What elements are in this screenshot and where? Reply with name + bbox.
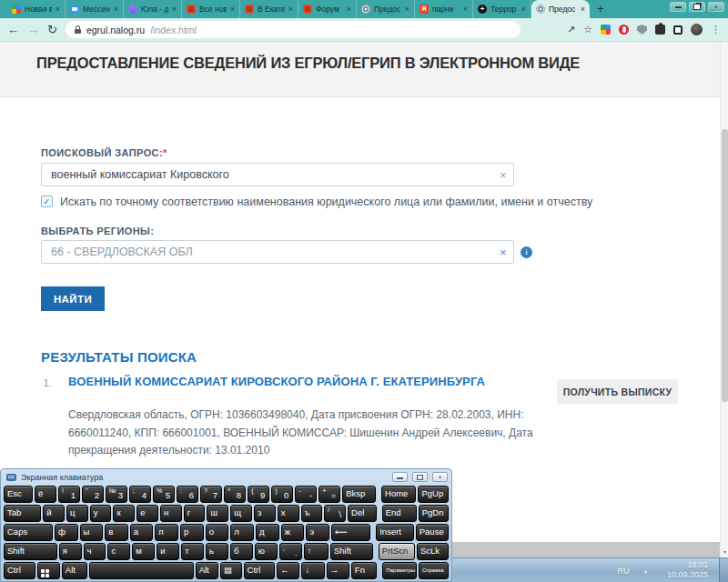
key-э[interactable]: э [306,524,329,541]
apps-grid-icon[interactable] [601,25,611,35]
share-icon[interactable]: ↗ [567,25,575,35]
region-input[interactable] [41,240,514,264]
region-clear-icon[interactable]: × [500,246,507,258]
key-equals[interactable]: += [318,486,340,503]
keyboard-close-button[interactable]: × [432,472,448,482]
search-input[interactable] [41,163,514,186]
tab-close-icon[interactable]: × [405,5,410,14]
key-и[interactable]: и [157,543,179,560]
key-й[interactable]: й [43,505,65,522]
key-Caps[interactable]: Caps [4,524,53,541]
key-р[interactable]: р [180,524,204,541]
shield-extension-icon[interactable] [637,25,647,35]
key-PgUp[interactable]: PgUp [418,486,449,503]
browser-tab[interactable]: Форум × [298,0,357,18]
key-0[interactable]: )0 [271,486,293,503]
key-1[interactable]: !1 [58,486,80,503]
find-button[interactable]: НАЙТИ [41,286,105,311]
key-arrow-down[interactable]: ↓ [301,562,324,579]
language-indicator[interactable]: RU [617,566,630,576]
key-г[interactable]: г [184,505,206,522]
key-Ctrl[interactable]: Ctrl [4,562,35,579]
browser-tab[interactable]: Предос × [531,0,590,18]
browser-tab[interactable]: Юла - д × [124,0,182,18]
lock-icon[interactable] [75,29,81,34]
key-parameters[interactable]: Параметры [382,562,417,579]
tab-close-icon[interactable]: × [521,5,526,14]
key-minus[interactable]: -- [295,486,317,503]
key-PrtScn[interactable]: PrtScn [379,543,415,560]
key-к[interactable]: к [113,505,135,522]
page-scrollbar[interactable]: ▾ [720,42,728,557]
bookmark-star-icon[interactable]: ☆ [583,25,592,35]
key-л[interactable]: л [230,524,254,541]
key-ф[interactable]: ф [55,524,78,541]
close-button[interactable]: × [708,2,724,12]
menu-dots-icon[interactable]: ⋮ [711,25,721,35]
key-End[interactable]: End [382,505,417,522]
key-arrow-right[interactable]: → [327,562,349,579]
browser-tab[interactable]: Все нов × [182,0,240,18]
extensions-puzzle-icon[interactable] [655,25,665,35]
key-4[interactable]: ;4 [129,486,151,503]
result-name-link[interactable]: ВОЕННЫЙ КОМИССАРИАТ КИРОВСКОГО РАЙОНА Г.… [68,375,485,388]
reload-icon[interactable]: ↻ [47,24,57,35]
key-Tab[interactable]: Tab [4,505,41,522]
get-extract-button[interactable]: ПОЛУЧИТЬ ВЫПИСКУ [557,379,678,404]
tab-close-icon[interactable]: × [114,5,118,14]
key-ю[interactable]: ю [255,543,278,560]
search-clear-icon[interactable]: × [500,169,507,181]
key-3[interactable]: №3 [106,486,127,503]
scroll-down-icon[interactable]: ▾ [721,548,728,555]
key-п[interactable]: п [155,524,178,541]
key-ч[interactable]: ч [84,543,106,560]
tab-close-icon[interactable]: × [463,5,468,14]
key-а[interactable]: а [130,524,154,541]
key-ctrl-right[interactable]: Ctrl [244,562,276,579]
opera-extension-icon[interactable] [619,25,629,35]
key-Fn[interactable]: Fn [351,562,377,579]
key-ScLk[interactable]: ScLk [417,543,449,560]
tab-square-icon[interactable] [673,25,682,35]
keyboard-minimize-button[interactable] [392,472,408,482]
tab-close-icon[interactable]: × [347,5,351,14]
key-Bksp[interactable]: Bksp [342,486,376,503]
address-bar[interactable]: egrul.nalog.ru/index.html [66,21,521,38]
key-ё[interactable]: ё [35,486,56,503]
tab-close-icon[interactable]: × [581,5,585,14]
key-6[interactable]: :6 [177,486,198,503]
key-backslash[interactable]: /\ [324,505,346,522]
tab-close-icon[interactable]: × [56,5,60,14]
key-н[interactable]: н [160,505,182,522]
restore-button[interactable] [689,2,705,12]
browser-tab[interactable]: Новая в × [7,0,66,18]
scrollbar-thumb[interactable] [722,129,728,402]
exact-match-checkbox[interactable]: ✓ [41,196,53,207]
key-Del[interactable]: Del [348,505,377,522]
key-ы[interactable]: ы [80,524,104,541]
key-9[interactable]: (9 [248,486,269,503]
key-help[interactable]: Справка [419,562,449,579]
browser-tab[interactable]: Террор × [473,0,531,18]
key-я[interactable]: я [59,543,82,560]
new-tab-button[interactable]: + [597,0,604,18]
browser-tab[interactable]: Предос × [357,0,415,18]
tray-chevron-icon[interactable]: ▴ [644,567,647,574]
key-ъ[interactable]: ъ [301,505,323,522]
tab-close-icon[interactable]: × [288,5,293,14]
show-desktop-button[interactable] [719,558,728,582]
key-Esc[interactable]: Esc [4,486,33,503]
key-5[interactable]: %5 [153,486,175,503]
key-т[interactable]: т [181,543,204,560]
key-с[interactable]: с [107,543,130,560]
browser-tab[interactable]: парни × [415,0,473,18]
key-Pause[interactable]: Pause [416,524,449,541]
key-б[interactable]: б [230,543,253,560]
key-ь[interactable]: ь [206,543,228,560]
key-2[interactable]: "2 [82,486,104,503]
key-х[interactable]: х [278,505,299,522]
profile-avatar[interactable] [691,24,703,35]
browser-tab[interactable]: В Екате × [240,0,298,18]
keyboard-maximize-button[interactable] [412,472,428,482]
key-arrow-left[interactable]: ← [277,562,299,579]
